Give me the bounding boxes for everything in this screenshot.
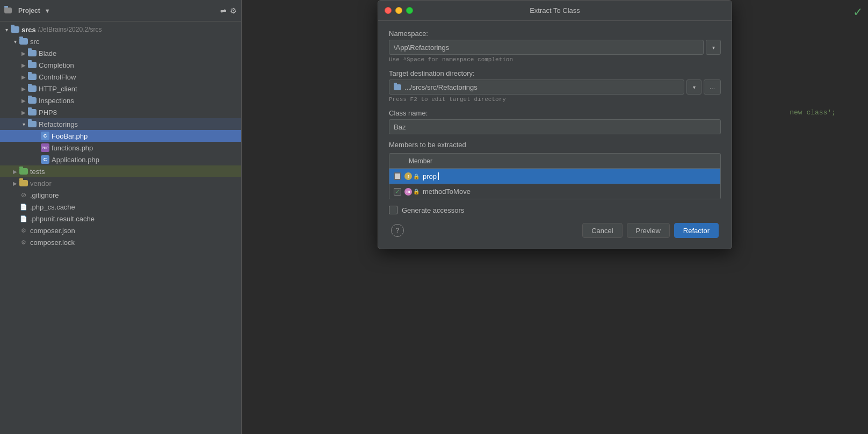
refactor-button[interactable]: Refactor: [674, 223, 719, 238]
dialog-title: Extract To Class: [530, 6, 580, 15]
member-checkbox-methodtomove[interactable]: [394, 188, 401, 196]
members-table-header: Member: [389, 154, 720, 169]
project-dropdown-arrow[interactable]: ▼: [45, 8, 50, 14]
class-name-input[interactable]: [389, 119, 721, 134]
tree-label-foobar: FooBar.php: [52, 132, 88, 140]
tree-item-httpclient[interactable]: ▶ HTTP_client: [0, 83, 241, 95]
member-type-m-methodtomove: m: [404, 188, 412, 196]
tree-label-php8: PHP8: [39, 108, 57, 117]
settings-icon[interactable]: ⚙: [230, 6, 237, 15]
file-icon-application: C: [41, 155, 49, 164]
tree-item-tests[interactable]: ▶ tests: [0, 165, 241, 177]
tree-label-phpcs: .php_cs.cache: [30, 203, 75, 211]
folder-icon-vendor: [19, 180, 28, 186]
tree-item-application[interactable]: ▶ C Application.php: [0, 154, 241, 165]
member-row-methodtomove[interactable]: m 🔒 methodToMove: [389, 184, 720, 199]
generate-accessors-checkbox[interactable]: [389, 206, 397, 214]
folder-icon-httpclient: [28, 85, 37, 92]
target-dir-group: Target destination directory: .../srcs/s…: [389, 69, 721, 103]
project-icon: [4, 8, 12, 13]
file-icon-foobar: C: [41, 132, 49, 140]
namespace-input-row: ▾: [389, 40, 721, 55]
help-button[interactable]: ?: [391, 224, 404, 237]
member-type-f-prop: f: [404, 172, 412, 180]
tree-item-vendor[interactable]: ▶ vendor: [0, 177, 241, 189]
generate-accessors-row: Generate accessors: [389, 206, 721, 214]
minimize-button[interactable]: [395, 7, 402, 14]
tree-item-completion[interactable]: ▶ Completion: [0, 59, 241, 71]
file-icon-phpcs: 📄: [19, 202, 28, 211]
preview-button[interactable]: Preview: [627, 223, 670, 238]
folder-icon-src: [19, 38, 28, 45]
toolbar-icons: ⇌ ⚙: [220, 6, 237, 15]
tree-arrow-completion: ▶: [19, 62, 28, 68]
footer-left: ?: [391, 224, 404, 237]
tree-item-src[interactable]: ▾ src: [0, 35, 241, 47]
target-dir-hint: Press F2 to edit target directory: [389, 96, 721, 103]
tree-item-srcs[interactable]: ▾ srcs /JetBrains/2020.2/srcs: [0, 24, 241, 35]
tree-item-composerjson[interactable]: ▶ ⚙ composer.json: [0, 225, 241, 236]
tree-item-blade[interactable]: ▶ Blade: [0, 47, 241, 59]
tree-item-php8[interactable]: ▶ PHP8: [0, 106, 241, 118]
file-icon-functions: PHP: [41, 143, 49, 152]
members-title: Members to be extracted: [389, 141, 721, 149]
member-icons-methodtomove: m 🔒: [404, 188, 419, 196]
tree-path-srcs: /JetBrains/2020.2/srcs: [38, 26, 102, 33]
file-icon-composerlock: ⚙: [19, 238, 28, 247]
dialog-overlay: Extract To Class Namespace: ▾ Use ^Space…: [242, 0, 868, 434]
target-dir-browse-btn[interactable]: ...: [704, 79, 721, 95]
file-icon-composerjson: ⚙: [19, 226, 28, 235]
close-button[interactable]: [385, 7, 392, 14]
equalize-icon[interactable]: ⇌: [220, 6, 227, 15]
tree-arrow-inspections: ▶: [19, 98, 28, 104]
members-table: Member f 🔒 prop: [389, 153, 721, 199]
member-lock-prop: 🔒: [413, 173, 419, 179]
dialog-body: Namespace: ▾ Use ^Space for namespace co…: [378, 21, 732, 249]
tree-arrow-refactorings: ▾: [19, 121, 28, 127]
tree-item-refactorings[interactable]: ▾ Refactorings: [0, 118, 241, 130]
sidebar-toolbar: Project ▼ ⇌ ⚙: [0, 0, 241, 21]
target-dir-dropdown-btn[interactable]: ▾: [686, 79, 701, 95]
folder-icon-php8: [28, 109, 37, 115]
cursor-indicator: [438, 172, 439, 180]
member-checkbox-prop[interactable]: [394, 172, 401, 180]
window-controls: [385, 7, 413, 14]
tree-item-composerlock[interactable]: ▶ ⚙ composer.lock: [0, 236, 241, 248]
tree-arrow-blade: ▶: [19, 50, 28, 56]
tree-label-composerlock: composer.lock: [30, 238, 75, 247]
class-name-group: Class name:: [389, 109, 721, 134]
tree-item-phpcs[interactable]: ▶ 📄 .php_cs.cache: [0, 201, 241, 213]
tree-label-blade: Blade: [39, 49, 56, 57]
tree-arrow-controlflow: ▶: [19, 74, 28, 80]
namespace-dropdown-btn[interactable]: ▾: [706, 40, 721, 55]
tree-label-composerjson: composer.json: [30, 227, 75, 235]
maximize-button[interactable]: [406, 7, 413, 14]
target-dir-input-row: .../srcs/src/Refactorings ▾ ...: [389, 79, 721, 95]
generate-accessors-label: Generate accessors: [402, 206, 464, 214]
tree-label-application: Application.php: [52, 156, 99, 164]
file-icon-gitignore: ⊘: [19, 191, 28, 199]
tree-item-phpunit[interactable]: ▶ 📄 .phpunit.result.cache: [0, 213, 241, 225]
members-group: Members to be extracted Member f: [389, 141, 721, 199]
tree-item-functions[interactable]: ▶ PHP functions.php: [0, 142, 241, 154]
tree-item-foobar[interactable]: ▶ C FooBar.php: [0, 130, 241, 142]
extract-to-class-dialog: Extract To Class Namespace: ▾ Use ^Space…: [378, 0, 732, 249]
namespace-input[interactable]: [389, 40, 704, 55]
target-dir-display: .../srcs/src/Refactorings: [389, 79, 684, 95]
folder-icon-refactorings: [28, 121, 37, 127]
tree-label-phpunit: .phpunit.result.cache: [30, 215, 95, 223]
file-icon-phpunit: 📄: [19, 214, 28, 223]
cancel-button[interactable]: Cancel: [582, 223, 622, 238]
folder-icon-completion: [28, 62, 37, 68]
member-row-prop[interactable]: f 🔒 prop: [389, 169, 720, 184]
tree-item-gitignore[interactable]: ▶ ⊘ .gitignore: [0, 189, 241, 201]
tree-label-completion: Completion: [39, 61, 74, 69]
tree-label-srcs: srcs: [21, 26, 36, 34]
tree-label-src: src: [30, 38, 39, 46]
target-dir-label: Target destination directory:: [389, 69, 721, 77]
tree-item-controlflow[interactable]: ▶ ControlFlow: [0, 71, 241, 83]
namespace-label: Namespace:: [389, 30, 721, 38]
namespace-group: Namespace: ▾ Use ^Space for namespace co…: [389, 30, 721, 63]
class-name-label: Class name:: [389, 109, 721, 117]
tree-item-inspections[interactable]: ▶ Inspections: [0, 95, 241, 106]
